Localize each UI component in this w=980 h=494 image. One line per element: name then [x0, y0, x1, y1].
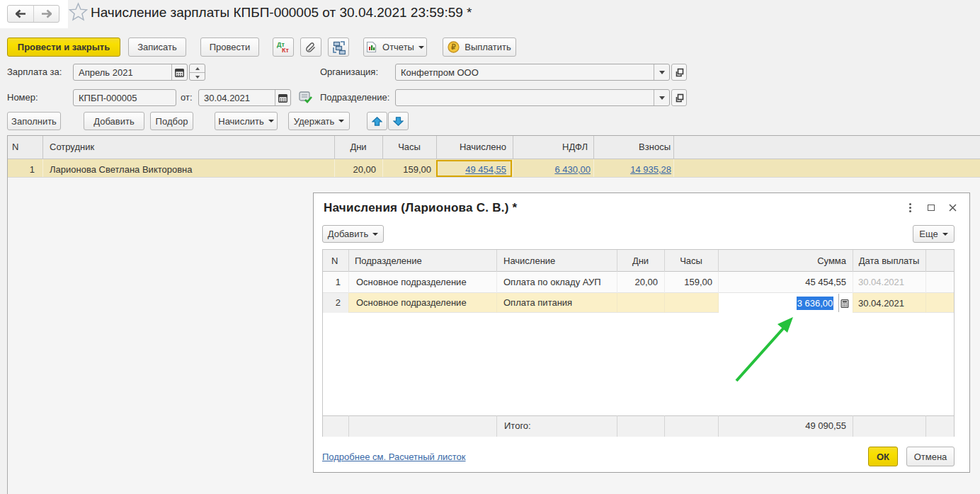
svg-text:₽: ₽: [452, 43, 457, 51]
